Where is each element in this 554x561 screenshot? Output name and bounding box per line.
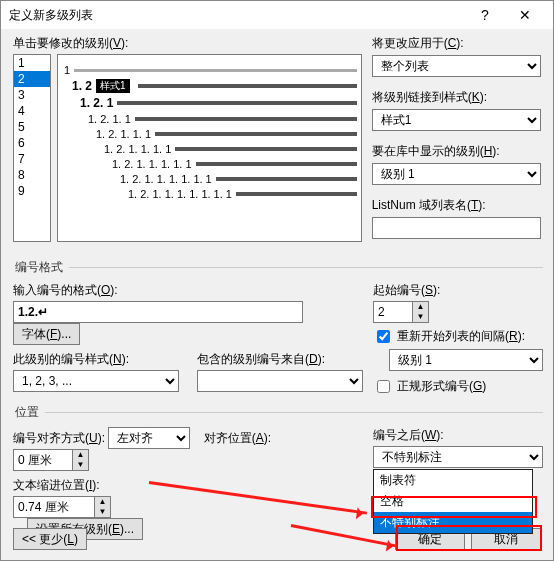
preview-line: 1. 2. 1. 1. 1. 1	[64, 143, 357, 155]
pos-legend: 位置	[13, 404, 45, 421]
restart-level-select[interactable]: 级别 1	[389, 349, 543, 371]
preview-line: 1. 2. 1. 1. 1	[64, 128, 357, 140]
numfmt-legend: 编号格式	[13, 259, 69, 276]
link-label: 将级别链接到样式(K):	[372, 89, 487, 106]
start-number-input[interactable]	[373, 301, 413, 323]
level-list[interactable]: 123456789	[13, 54, 51, 242]
restart-checkbox[interactable]	[377, 330, 390, 343]
level-item-7[interactable]: 7	[14, 151, 50, 167]
indent-label: 文本缩进位置(I):	[13, 477, 105, 494]
spin-arrows[interactable]: ▲▼	[95, 496, 111, 518]
align-select[interactable]: 左对齐	[108, 427, 190, 449]
after-select[interactable]: 不特别标注	[373, 446, 543, 468]
after-dropdown-list[interactable]: 制表符空格不特别标注	[373, 469, 533, 534]
spin-arrows[interactable]: ▲▼	[413, 301, 429, 323]
level-item-8[interactable]: 8	[14, 167, 50, 183]
preview-line: 1. 2样式1	[64, 79, 357, 93]
level-item-3[interactable]: 3	[14, 87, 50, 103]
link-style-select[interactable]: 样式1	[372, 109, 541, 131]
dialog-title: 定义新多级列表	[9, 7, 465, 24]
level-item-2[interactable]: 2	[14, 71, 50, 87]
number-style-select[interactable]: 1, 2, 3, ...	[13, 370, 179, 392]
listnum-label: ListNum 域列表名(T):	[372, 197, 486, 214]
spin-arrows[interactable]: ▲▼	[73, 449, 89, 471]
after-label: 编号之后(W):	[373, 427, 444, 444]
showlib-select[interactable]: 级别 1	[372, 163, 541, 185]
preview-line: 1. 2. 1. 1. 1. 1. 1. 1. 1	[64, 188, 357, 200]
after-option[interactable]: 空格	[374, 491, 532, 512]
level-item-5[interactable]: 5	[14, 119, 50, 135]
preview-pane: 11. 2样式11. 2. 11. 2. 1. 11. 2. 1. 1. 11.…	[57, 54, 362, 242]
legal-label: 正规形式编号(G)	[397, 378, 486, 395]
preview-line: 1. 2. 1. 1. 1. 1. 1	[64, 158, 357, 170]
restart-check-row: 重新开始列表的间隔(R):	[373, 327, 543, 346]
down-arrow-icon[interactable]: ▼	[413, 312, 428, 322]
number-format-group: 编号格式 输入编号的格式(O): 字体(F)... 此级别的编号样式(N): 1…	[13, 259, 543, 396]
preview-line: 1. 2. 1	[64, 96, 357, 110]
after-option[interactable]: 制表符	[374, 470, 532, 491]
less-button[interactable]: << 更少(L)	[13, 528, 87, 550]
legal-checkbox[interactable]	[377, 380, 390, 393]
preview-line: 1. 2. 1. 1. 1. 1. 1. 1	[64, 173, 357, 185]
close-button[interactable]: ✕	[505, 2, 545, 28]
levels-label: 单击要修改的级别(V):	[13, 35, 128, 52]
help-button[interactable]: ?	[465, 2, 505, 28]
include-label: 包含的级别编号来自(D):	[197, 351, 325, 368]
apply-label: 将更改应用于(C):	[372, 35, 464, 52]
level-item-4[interactable]: 4	[14, 103, 50, 119]
define-multilevel-list-dialog: 定义新多级列表 ? ✕ 单击要修改的级别(V): 123456789 11. 2…	[0, 0, 554, 561]
alignat-input[interactable]	[13, 449, 73, 471]
format-label: 输入编号的格式(O):	[13, 282, 118, 299]
preview-line: 1	[64, 64, 357, 76]
legal-check-row: 正规形式编号(G)	[373, 377, 543, 396]
start-number-spin[interactable]: ▲▼	[373, 301, 543, 323]
style-label: 此级别的编号样式(N):	[13, 351, 129, 368]
titlebar: 定义新多级列表 ? ✕	[1, 1, 553, 29]
alignat-spin[interactable]: ▲▼	[13, 449, 363, 471]
font-button[interactable]: 字体(F)...	[13, 323, 80, 345]
start-label: 起始编号(S):	[373, 282, 440, 299]
level-item-6[interactable]: 6	[14, 135, 50, 151]
listnum-input[interactable]	[372, 217, 541, 239]
restart-label: 重新开始列表的间隔(R):	[397, 328, 525, 345]
include-level-select[interactable]	[197, 370, 363, 392]
apply-select[interactable]: 整个列表	[372, 55, 541, 77]
up-arrow-icon[interactable]: ▲	[413, 302, 428, 312]
alignat-label: 对齐位置(A):	[204, 430, 271, 447]
indent-input[interactable]	[13, 496, 95, 518]
align-label: 编号对齐方式(U):	[13, 430, 105, 447]
level-item-9[interactable]: 9	[14, 183, 50, 199]
number-format-input[interactable]	[13, 301, 303, 323]
level-item-1[interactable]: 1	[14, 55, 50, 71]
preview-line: 1. 2. 1. 1	[64, 113, 357, 125]
after-option[interactable]: 不特别标注	[374, 512, 532, 533]
showlib-label: 要在库中显示的级别(H):	[372, 143, 500, 160]
indent-spin[interactable]: ▲▼	[13, 496, 363, 518]
